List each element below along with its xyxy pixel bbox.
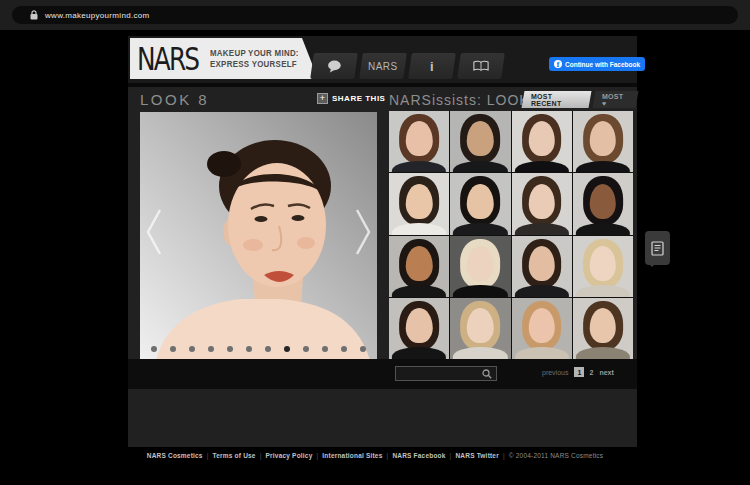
carousel-dot[interactable] xyxy=(246,346,252,352)
notes-flyout-button[interactable] xyxy=(645,231,670,265)
facebook-icon: f xyxy=(554,60,562,68)
most-loved-label: MOST ♥ xyxy=(602,93,629,107)
book-icon xyxy=(473,60,489,72)
footer-link[interactable]: NARS Twitter xyxy=(455,452,498,459)
search-icon xyxy=(482,369,496,379)
pagination-next[interactable]: next xyxy=(599,369,613,376)
site-tagline: MAKEUP YOUR MIND: EXPRESS YOURSELF xyxy=(210,48,299,68)
nars-logo: NARS xyxy=(137,40,198,77)
user-photo[interactable] xyxy=(512,236,572,297)
user-photo[interactable] xyxy=(512,111,572,172)
user-photo[interactable] xyxy=(450,298,510,359)
user-photo[interactable] xyxy=(389,173,449,234)
nav-tabs: NARS i xyxy=(312,53,503,79)
pagination: previous 12 next xyxy=(542,367,614,377)
carousel-dot[interactable] xyxy=(151,346,157,352)
url-text: www.makeupyourmind.com xyxy=(45,11,149,20)
tab-community[interactable] xyxy=(310,53,358,79)
most-recent-label: MOST RECENT xyxy=(531,93,582,107)
footer-separator: | xyxy=(260,452,262,459)
footer-links: NARS Cosmetics|Terms of Use|Privacy Poli… xyxy=(147,452,509,459)
user-photo[interactable] xyxy=(573,298,633,359)
carousel-dot[interactable] xyxy=(208,346,214,352)
footer-separator: | xyxy=(450,452,452,459)
tab-info[interactable]: i xyxy=(408,53,456,79)
share-button[interactable]: + SHARE THIS xyxy=(317,93,385,104)
pagination-pages: 12 xyxy=(574,367,593,377)
user-photo[interactable] xyxy=(450,236,510,297)
user-photo[interactable] xyxy=(573,173,633,234)
carousel-dot[interactable] xyxy=(360,346,366,352)
pagination-previous[interactable]: previous xyxy=(542,369,568,376)
carousel-dot[interactable] xyxy=(341,346,347,352)
carousel-dot[interactable] xyxy=(322,346,328,352)
footer-separator: | xyxy=(207,452,209,459)
carousel-dots xyxy=(140,346,377,352)
footer-link[interactable]: NARS Cosmetics xyxy=(147,452,203,459)
browser-bar: www.makeupyourmind.com xyxy=(0,0,750,30)
facebook-button-label: Continue with Facebook xyxy=(565,61,640,68)
footer-link[interactable]: NARS Facebook xyxy=(392,452,445,459)
carousel-dot[interactable] xyxy=(189,346,195,352)
community-title: NARSissists: LOOK 8 xyxy=(389,92,543,108)
next-look-arrow[interactable] xyxy=(355,208,371,256)
look-title: LOOK 8 xyxy=(140,91,209,108)
tab-most-loved[interactable]: MOST ♥ xyxy=(593,91,639,108)
footer-separator: | xyxy=(316,452,318,459)
tab-lookbook[interactable] xyxy=(457,53,505,79)
filter-tabs: MOST RECENT MOST ♥ xyxy=(523,91,637,108)
nars-logo-plate[interactable]: NARS MAKEUP YOUR MIND: EXPRESS YOURSELF xyxy=(130,38,318,79)
tagline-line1: MAKEUP YOUR MIND: xyxy=(210,48,299,58)
speech-bubble-icon xyxy=(327,60,342,73)
footer-separator: | xyxy=(387,452,389,459)
plus-icon: + xyxy=(317,93,328,104)
model-illustration xyxy=(140,112,377,360)
footer-link[interactable]: Terms of Use xyxy=(213,452,256,459)
footer-link[interactable]: International Sites xyxy=(322,452,382,459)
footer-copyright: © 2004-2011 NARS Cosmetics xyxy=(509,452,603,459)
footer: NARS Cosmetics|Terms of Use|Privacy Poli… xyxy=(0,452,750,459)
tab-nars[interactable]: NARS xyxy=(359,53,407,79)
footer-link[interactable]: Privacy Policy xyxy=(266,452,313,459)
footer-separator: | xyxy=(503,452,505,459)
user-photo[interactable] xyxy=(389,298,449,359)
address-bar[interactable]: www.makeupyourmind.com xyxy=(12,6,738,24)
search-input[interactable] xyxy=(396,367,482,380)
user-photo[interactable] xyxy=(512,298,572,359)
user-photo[interactable] xyxy=(450,111,510,172)
previous-look-arrow[interactable] xyxy=(146,208,162,256)
search-box xyxy=(395,366,497,381)
share-button-label: SHARE THIS xyxy=(332,94,385,103)
nars-tab-label: NARS xyxy=(368,61,398,72)
carousel-dot[interactable] xyxy=(227,346,233,352)
pagination-page[interactable]: 1 xyxy=(574,367,584,377)
user-photo[interactable] xyxy=(573,236,633,297)
carousel-dot[interactable] xyxy=(265,346,271,352)
notes-icon xyxy=(651,241,664,256)
user-photo[interactable] xyxy=(389,111,449,172)
photo-grid xyxy=(389,111,633,359)
carousel-dot[interactable] xyxy=(170,346,176,352)
facebook-login-button[interactable]: f Continue with Facebook xyxy=(549,57,645,71)
pagination-page[interactable]: 2 xyxy=(589,369,593,376)
user-photo[interactable] xyxy=(573,111,633,172)
info-icon: i xyxy=(430,59,434,74)
look-model-image xyxy=(140,112,377,360)
carousel-dot[interactable] xyxy=(303,346,309,352)
tagline-line2: EXPRESS YOURSELF xyxy=(210,59,297,69)
user-photo[interactable] xyxy=(389,236,449,297)
user-photo[interactable] xyxy=(512,173,572,234)
site-container: NARS MAKEUP YOUR MIND: EXPRESS YOURSELF … xyxy=(128,36,637,447)
screen: www.makeupyourmind.com NARS MAKEUP YOUR … xyxy=(0,0,750,485)
user-photo[interactable] xyxy=(450,173,510,234)
lock-icon xyxy=(30,10,38,20)
tab-most-recent[interactable]: MOST RECENT xyxy=(522,91,592,108)
carousel-dot[interactable] xyxy=(284,346,290,352)
